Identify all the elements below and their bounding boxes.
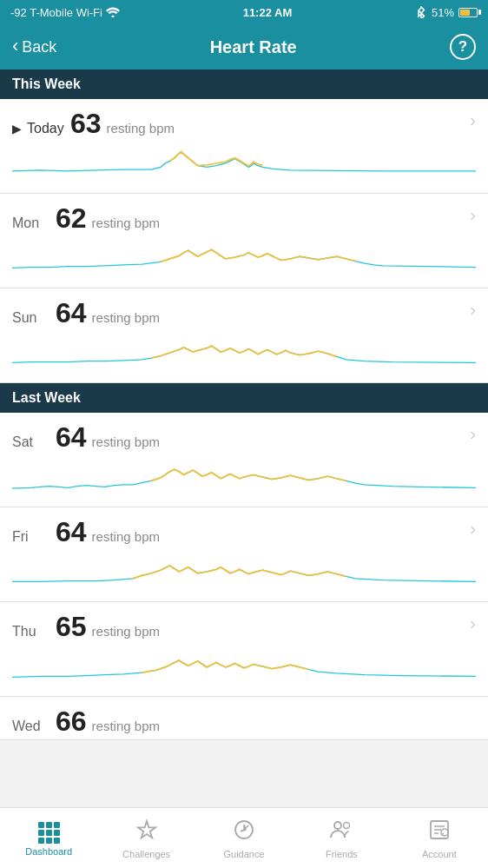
bpm-unit: resting bpm — [92, 624, 160, 639]
bpm-unit: resting bpm — [92, 719, 160, 733]
bluetooth-icon — [415, 6, 427, 18]
svg-point-0 — [111, 16, 114, 18]
day-row-sun[interactable]: Sun 64 resting bpm › — [0, 288, 488, 383]
bpm-value: 63 — [70, 109, 102, 137]
bpm-unit: resting bpm — [92, 310, 160, 325]
day-label: Thu — [12, 624, 56, 639]
day-label: Sat — [12, 434, 56, 450]
day-row-mon[interactable]: Mon 62 resting bpm › — [0, 194, 488, 288]
back-label: Back — [22, 38, 56, 56]
dashboard-icon — [38, 822, 60, 844]
day-label: Today — [27, 121, 70, 136]
page-title: Heart Rate — [56, 37, 450, 57]
day-row-wed[interactable]: Wed 66 resting bpm — [0, 697, 488, 740]
day-row-sat[interactable]: Sat 64 resting bpm › — [0, 413, 488, 507]
tab-guidance[interactable]: Guidance — [195, 812, 293, 865]
bpm-value: 64 — [56, 518, 87, 546]
tab-dashboard-label: Dashboard — [25, 846, 72, 857]
day-label: Mon — [12, 215, 56, 231]
tab-bar: Dashboard Challenges Guidance — [0, 807, 488, 868]
day-label: Wed — [12, 719, 56, 734]
tab-account[interactable]: Account — [391, 812, 488, 865]
today-arrow-icon: ▶ — [12, 122, 22, 136]
row-chevron-icon: › — [470, 110, 476, 130]
day-row-fri[interactable]: Fri 64 resting bpm › — [0, 507, 488, 602]
row-chevron-icon: › — [470, 613, 476, 633]
bpm-unit: resting bpm — [107, 121, 175, 136]
wifi-icon — [106, 7, 120, 17]
row-chevron-icon: › — [470, 205, 476, 225]
row-chevron-icon: › — [470, 424, 476, 444]
chart-today — [0, 141, 488, 193]
status-bar: -92 T-Mobile Wi-Fi 11:22 AM 51% — [0, 0, 488, 24]
tab-guidance-label: Guidance — [223, 849, 264, 859]
account-icon — [428, 818, 451, 846]
chart-thu — [0, 644, 488, 696]
tab-challenges-label: Challenges — [122, 849, 170, 859]
challenges-icon — [135, 818, 158, 846]
section-header-this-week: This Week — [0, 70, 488, 99]
guidance-icon — [233, 818, 255, 846]
bpm-value: 66 — [56, 707, 87, 735]
tab-friends[interactable]: Friends — [293, 812, 390, 865]
day-label: Fri — [12, 529, 56, 545]
row-chevron-icon: › — [470, 519, 476, 539]
chart-mon — [0, 235, 488, 288]
battery-icon — [458, 8, 478, 17]
chart-sat — [0, 454, 488, 507]
section-header-last-week: Last Week — [0, 383, 488, 413]
bpm-value: 64 — [56, 423, 87, 451]
back-button[interactable]: ‹ Back — [12, 38, 56, 56]
friends-icon — [329, 818, 353, 846]
status-icons: 51% — [415, 6, 478, 19]
chart-sun — [0, 330, 488, 382]
bpm-unit: resting bpm — [92, 215, 160, 230]
bpm-unit: resting bpm — [92, 434, 160, 449]
nav-header: ‹ Back Heart Rate ? — [0, 24, 488, 70]
tab-challenges[interactable]: Challenges — [97, 812, 195, 865]
status-time: 11:22 AM — [243, 6, 293, 19]
bpm-value: 64 — [56, 299, 87, 327]
tab-account-label: Account — [422, 849, 457, 859]
bpm-unit: resting bpm — [92, 529, 160, 544]
svg-point-4 — [334, 822, 341, 829]
status-carrier: -92 T-Mobile Wi-Fi — [10, 6, 120, 19]
tab-dashboard[interactable]: Dashboard — [0, 815, 97, 862]
bpm-value: 62 — [56, 204, 87, 232]
help-button[interactable]: ? — [450, 34, 476, 60]
svg-point-5 — [344, 823, 350, 829]
back-chevron-icon: ‹ — [12, 36, 18, 56]
content-scroll: This Week ▶ Today 63 resting bpm › Mon 6… — [0, 70, 488, 805]
chart-fri — [0, 549, 488, 601]
tab-friends-label: Friends — [326, 849, 358, 859]
day-row-today[interactable]: ▶ Today 63 resting bpm › — [0, 99, 488, 194]
bpm-value: 65 — [56, 613, 87, 640]
row-chevron-icon: › — [470, 300, 476, 320]
day-label: Sun — [12, 310, 56, 326]
day-row-thu[interactable]: Thu 65 resting bpm › — [0, 602, 488, 697]
